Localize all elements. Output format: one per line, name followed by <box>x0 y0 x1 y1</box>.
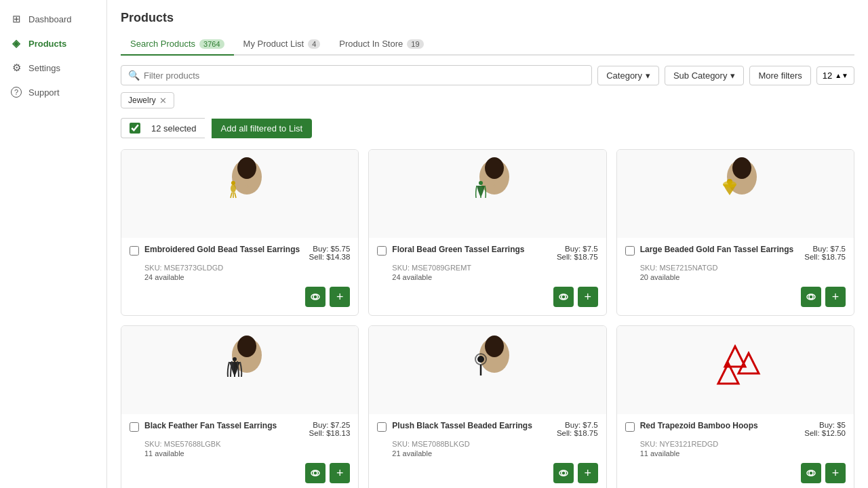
eye-icon-6 <box>806 468 816 478</box>
product-6-availability: 11 available <box>640 449 846 458</box>
product-image-4 <box>121 326 358 414</box>
sidebar-item-support[interactable]: ? Support <box>0 80 106 104</box>
product-1-name: Embroidered Gold Bead Tassel Earrings <box>144 245 304 254</box>
tab-instore-label: Product In Store <box>339 39 403 49</box>
per-page-value: 12 <box>823 70 832 81</box>
sidebar-item-dashboard[interactable]: ⊞ Dashboard <box>0 7 106 31</box>
product-1-actions: + <box>130 287 350 307</box>
product-image-svg-2 <box>447 153 528 235</box>
product-6-name: Red Trapezoid Bamboo Hoops <box>640 421 800 430</box>
product-4-checkbox[interactable] <box>130 422 139 432</box>
svg-line-6 <box>235 192 236 198</box>
product-4-buy: Buy: $7.25 <box>309 421 351 429</box>
svg-line-4 <box>231 192 232 198</box>
product-image-svg-5 <box>447 329 528 411</box>
search-input[interactable] <box>144 70 585 81</box>
plus-icon-5: + <box>584 467 591 479</box>
product-1-sell: Sell: $14.38 <box>309 253 351 261</box>
svg-point-10 <box>485 157 504 179</box>
svg-point-7 <box>313 295 317 299</box>
eye-icon <box>311 292 320 302</box>
tab-search-products[interactable]: Search Products 3764 <box>121 33 234 56</box>
product-image-svg-3 <box>694 153 776 235</box>
tab-bar: Search Products 3764 My Product List 4 P… <box>121 33 854 56</box>
product-1-sku: SKU: MSE7373GLDGD <box>144 264 350 272</box>
product-5-view-button[interactable] <box>553 463 574 483</box>
product-1-view-button[interactable] <box>305 287 326 307</box>
product-5-buy: Buy: $7.5 <box>557 421 598 429</box>
main-content: Products Search Products 3764 My Product… <box>107 0 868 488</box>
product-1-availability: 24 available <box>144 273 350 281</box>
filter-row: 🔍 Category ▾ Sub Category ▾ More filters… <box>121 65 854 85</box>
sidebar-label-support: Support <box>28 87 60 98</box>
product-5-sell: Sell: $18.75 <box>557 429 598 437</box>
product-card: Embroidered Gold Bead Tassel Earrings Bu… <box>121 149 359 316</box>
product-image-1 <box>121 150 358 238</box>
product-card: Black Feather Fan Tassel Earrings Buy: $… <box>121 325 359 488</box>
product-1-add-button[interactable]: + <box>330 287 350 307</box>
search-wrapper: 🔍 <box>121 65 592 85</box>
svg-point-1 <box>237 157 256 179</box>
add-all-filtered-button[interactable]: Add all filtered to List <box>212 119 313 138</box>
tag-close-icon[interactable]: ✕ <box>159 96 167 105</box>
product-6-add-button[interactable]: + <box>825 463 846 483</box>
product-3-price: Buy: $7.5 Sell: $18.75 <box>804 245 846 261</box>
subcategory-filter-button[interactable]: Sub Category ▾ <box>665 66 745 85</box>
product-2-view-button[interactable] <box>553 287 574 307</box>
product-6-price: Buy: $5 Sell: $12.50 <box>804 421 846 437</box>
product-5-sku: SKU: MSE7088BLKGD <box>392 440 597 448</box>
tab-my-list[interactable]: My Product List 4 <box>234 33 330 56</box>
per-page-chevron-icon: ▲▼ <box>835 72 848 79</box>
sidebar-label-products: Products <box>28 39 66 49</box>
product-6-actions: + <box>625 463 846 483</box>
svg-point-18 <box>809 295 813 299</box>
support-icon: ? <box>11 87 22 98</box>
more-filters-button[interactable]: More filters <box>749 66 810 85</box>
product-4-actions: + <box>130 463 350 483</box>
product-4-view-button[interactable] <box>305 463 326 483</box>
jewelry-tag: Jewelry ✕ <box>121 92 174 108</box>
product-3-view-button[interactable] <box>801 287 821 307</box>
product-3-add-button[interactable]: + <box>825 287 846 307</box>
selected-count-container: 12 selected <box>121 118 205 138</box>
tab-mylist-badge: 4 <box>308 39 320 49</box>
eye-icon-2 <box>559 292 568 302</box>
product-6-view-button[interactable] <box>801 463 821 483</box>
product-1-buy: Buy: $5.75 <box>309 245 351 253</box>
product-5-name: Plush Black Tassel Beaded Earrings <box>392 421 551 430</box>
product-5-checkbox[interactable] <box>377 422 387 432</box>
product-card: Large Beaded Gold Fan Tassel Earrings Bu… <box>616 149 854 316</box>
subcategory-chevron-icon: ▾ <box>730 70 735 81</box>
product-5-add-button[interactable]: + <box>578 463 598 483</box>
eye-icon-4 <box>311 468 320 478</box>
product-2-add-button[interactable]: + <box>578 287 598 307</box>
per-page-selector[interactable]: 12 ▲▼ <box>816 66 854 85</box>
product-4-add-button[interactable]: + <box>330 463 350 483</box>
select-row: 12 selected Add all filtered to List <box>121 118 854 138</box>
product-1-checkbox[interactable] <box>130 246 139 256</box>
product-1-price: Buy: $5.75 Sell: $14.38 <box>309 245 351 261</box>
products-icon: ◈ <box>11 38 22 49</box>
tab-in-store[interactable]: Product In Store 19 <box>330 33 433 56</box>
settings-icon: ⚙ <box>11 62 22 73</box>
svg-point-35 <box>809 471 813 475</box>
subcategory-label: Sub Category <box>673 70 728 81</box>
product-2-checkbox[interactable] <box>377 246 387 256</box>
product-3-buy: Buy: $7.5 <box>804 245 846 253</box>
svg-point-30 <box>561 471 566 475</box>
select-all-checkbox[interactable] <box>130 123 140 134</box>
svg-point-12 <box>561 295 566 299</box>
search-icon: 🔍 <box>128 70 140 81</box>
product-image-6 <box>617 326 854 414</box>
product-2-buy: Buy: $7.5 <box>557 245 598 253</box>
category-filter-button[interactable]: Category ▾ <box>597 66 659 85</box>
sidebar-item-settings[interactable]: ⚙ Settings <box>0 56 106 80</box>
svg-point-15 <box>732 157 751 179</box>
sidebar-item-products[interactable]: ◈ Products <box>0 31 106 56</box>
product-6-checkbox[interactable] <box>625 422 635 432</box>
category-chevron-icon: ▾ <box>646 70 650 81</box>
plus-icon-2: + <box>584 291 591 303</box>
product-3-checkbox[interactable] <box>625 246 635 256</box>
sidebar: ⊞ Dashboard ◈ Products ⚙ Settings ? Supp… <box>0 0 107 488</box>
tags-row: Jewelry ✕ <box>121 92 854 108</box>
